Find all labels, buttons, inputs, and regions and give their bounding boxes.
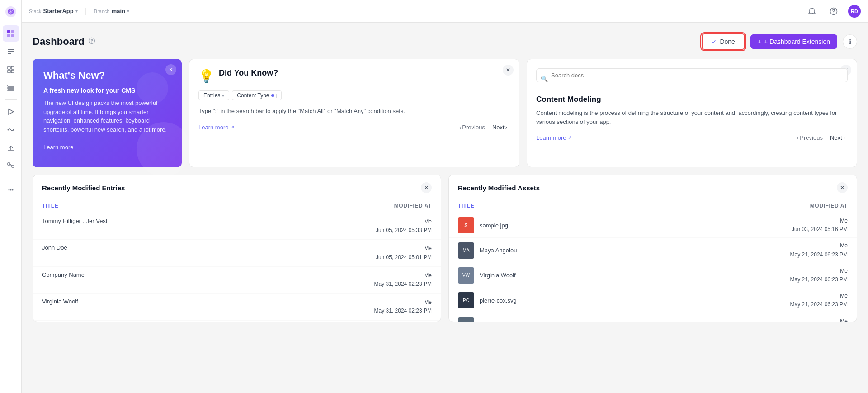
bottom-widgets: Recently Modified Entries ✕ Title Modifi… — [33, 175, 857, 322]
sidebar-item-content[interactable] — [3, 43, 19, 60]
entries-col-title: Title — [42, 203, 394, 209]
assets-table-body: S sample.jpg Me Jun 03, 2024 05:16 PM MA… — [449, 213, 857, 322]
assets-col-title: Title — [458, 203, 810, 209]
cm-prev-chevron-icon: ‹ — [797, 134, 799, 141]
entries-tag-chevron: ▾ — [222, 93, 224, 98]
branch-label: Branch — [94, 9, 110, 14]
asset-meta: Me May 21, 2024 06:23 PM — [790, 241, 848, 259]
content-type-tag[interactable]: Content Type | — [232, 90, 282, 100]
entry-date: May 31, 2024 02:23 PM — [374, 280, 432, 289]
external-link-icon: ↗ — [230, 124, 234, 130]
table-row: Tommy Hilfiger ...fer Vest Me Jun 05, 20… — [33, 213, 441, 240]
sidebar-item-deploy[interactable] — [3, 140, 19, 156]
content-modeling-next-button[interactable]: Next › — [827, 133, 848, 142]
entries-card-close-button[interactable]: ✕ — [421, 182, 432, 193]
entries-tag[interactable]: Entries ▾ — [198, 90, 229, 100]
entry-title[interactable]: Company Name — [42, 271, 374, 278]
stack-chevron-icon: ▾ — [75, 9, 78, 14]
asset-meta: Me May 21, 2024 06:23 PM — [790, 292, 848, 309]
plus-icon: + — [758, 38, 761, 45]
learn-more-label: Learn more — [198, 124, 228, 131]
assets-card: Recently Modified Assets ✕ Title Modifie… — [448, 175, 857, 322]
entries-card-title: Recently Modified Entries — [42, 184, 125, 192]
did-you-know-previous-button[interactable]: ‹ Previous — [457, 123, 488, 132]
whats-new-learn-more[interactable]: Learn more — [43, 144, 73, 151]
asset-title[interactable]: Maya Angelou — [480, 247, 785, 254]
sidebar-item-fields[interactable] — [3, 80, 19, 96]
table-row: AC alden-cantrell.svg Me May 21, 2024 06… — [449, 313, 857, 322]
stack-label: Stack — [29, 9, 42, 14]
entry-date: Jun 05, 2024 05:33 PM — [376, 226, 432, 235]
entry-title[interactable]: Virginia Woolf — [42, 298, 374, 305]
cm-next-chevron-icon: › — [843, 134, 845, 141]
did-you-know-learn-more[interactable]: Learn more ↗ — [198, 124, 234, 131]
entry-meta: Me Jun 05, 2024 05:33 PM — [376, 218, 432, 235]
entry-by: Me — [374, 298, 432, 307]
asset-title[interactable]: Virginia Woolf — [480, 272, 785, 279]
svg-marker-15 — [9, 109, 14, 114]
sidebar-item-more[interactable] — [3, 182, 19, 198]
table-row: MA Maya Angelou Me May 21, 2024 06:23 PM — [449, 238, 857, 263]
user-avatar[interactable]: RD — [848, 5, 861, 18]
svg-rect-10 — [8, 70, 10, 73]
page-title: Dashboard — [33, 36, 85, 47]
checkmark-icon: ✓ — [712, 38, 717, 45]
branch-selector[interactable]: Branch main ▾ — [94, 8, 129, 14]
did-you-know-close-button[interactable]: ✕ — [503, 65, 514, 76]
svg-rect-2 — [11, 30, 14, 33]
page-help-icon[interactable] — [88, 37, 95, 46]
svg-point-17 — [13, 129, 14, 131]
prev-chevron-icon: ‹ — [459, 124, 461, 131]
assets-card-header: Recently Modified Assets ✕ — [449, 175, 857, 199]
sidebar-item-dashboard[interactable] — [3, 25, 19, 42]
topbar-right: RD — [805, 4, 861, 19]
asset-title[interactable]: pierre-cox.svg — [480, 297, 785, 304]
content-modeling-card: ✕ 🔍 Content Modeling Content modeling is… — [527, 59, 857, 167]
asset-thumbnail: MA — [458, 242, 474, 259]
content-modeling-navigation: ‹ Previous Next › — [794, 133, 848, 142]
entry-title[interactable]: Tommy Hilfiger ...fer Vest — [42, 218, 376, 224]
dashboard-extension-button[interactable]: + + Dashboard Extension — [750, 34, 837, 49]
sidebar-item-workflows[interactable] — [3, 158, 19, 174]
asset-by: Me — [790, 267, 848, 275]
asset-date: May 21, 2024 06:23 PM — [790, 300, 848, 309]
asset-date: Jun 03, 2024 05:16 PM — [792, 225, 848, 234]
info-button[interactable]: ℹ — [843, 34, 857, 49]
assets-card-close-button[interactable]: ✕ — [837, 182, 848, 193]
entries-col-modified: Modified At — [394, 203, 432, 209]
sidebar-logo[interactable] — [3, 4, 19, 20]
did-you-know-next-button[interactable]: Next › — [490, 123, 510, 132]
sidebar-item-api[interactable] — [3, 122, 19, 138]
main-area: Stack StarterApp ▾ | Branch main ▾ — [22, 0, 868, 393]
notification-btn[interactable] — [805, 4, 819, 19]
content-modeling-learn-more[interactable]: Learn more ↗ — [536, 134, 572, 141]
stack-selector[interactable]: Stack StarterApp ▾ — [29, 8, 78, 14]
did-you-know-navigation: ‹ Previous Next › — [457, 123, 510, 132]
done-button[interactable]: ✓ Done — [702, 33, 745, 50]
topbar-separator: | — [85, 7, 87, 15]
svg-rect-8 — [8, 66, 10, 69]
page-header: Dashboard ✓ Done + + Dashboard Extension — [33, 33, 857, 50]
svg-rect-12 — [8, 85, 14, 86]
asset-by: Me — [792, 217, 848, 225]
entry-date: Jun 05, 2024 05:01 PM — [376, 253, 432, 262]
asset-by: Me — [790, 317, 848, 322]
previous-label: Previous — [462, 124, 485, 131]
entry-meta: Me Jun 05, 2024 05:01 PM — [376, 244, 432, 261]
sidebar-item-blocks[interactable] — [3, 62, 19, 78]
docs-search-input[interactable] — [536, 68, 848, 82]
table-row: S sample.jpg Me Jun 03, 2024 05:16 PM — [449, 213, 857, 238]
entry-title[interactable]: John Doe — [42, 244, 376, 251]
content-modeling-previous-button[interactable]: ‹ Previous — [794, 133, 826, 142]
asset-thumbnail: PC — [458, 292, 474, 308]
content-type-label: Content Type — [237, 92, 269, 99]
did-you-know-title: Did You Know? — [219, 68, 278, 78]
next-label: Next — [492, 124, 505, 131]
sidebar-item-preview[interactable] — [3, 104, 19, 120]
asset-meta: Me May 21, 2024 06:23 PM — [790, 267, 848, 284]
whats-new-close-button[interactable]: ✕ — [165, 64, 176, 75]
branch-chevron-icon: ▾ — [127, 9, 129, 14]
asset-title[interactable]: sample.jpg — [480, 222, 786, 229]
did-you-know-footer: Learn more ↗ ‹ Previous Next › — [198, 123, 510, 132]
help-btn[interactable] — [826, 4, 841, 19]
